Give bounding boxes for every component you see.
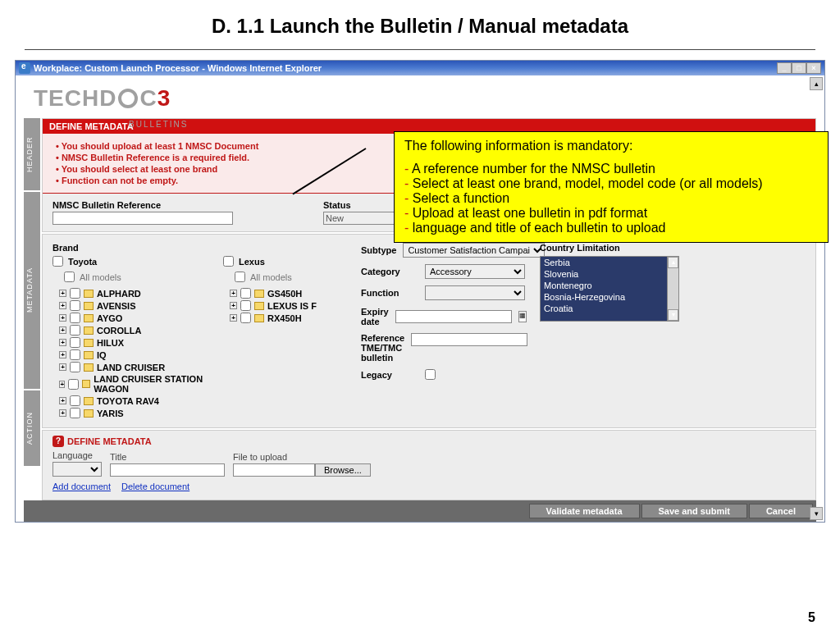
page-number: 5 <box>808 610 815 625</box>
calendar-icon[interactable]: ▦ <box>518 311 527 322</box>
toyota-checkbox[interactable] <box>52 256 63 267</box>
expand-icon[interactable]: + <box>59 397 66 404</box>
validate-button[interactable]: Validate metadata <box>529 504 640 518</box>
expand-icon[interactable]: + <box>230 290 237 297</box>
scroll-down-icon[interactable]: ▾ <box>668 309 678 321</box>
model-checkbox[interactable] <box>70 300 80 311</box>
country-option[interactable]: Montenegro <box>541 280 678 291</box>
expand-icon[interactable]: + <box>59 381 65 388</box>
delete-document-link[interactable]: Delete document <box>121 482 189 491</box>
model-checkbox[interactable] <box>68 379 79 390</box>
folder-icon <box>254 302 264 310</box>
reftme-input[interactable] <box>411 333 527 346</box>
scrollbar[interactable]: ▴ ▾ <box>667 257 678 321</box>
model-checkbox[interactable] <box>70 325 80 336</box>
model-label: LAND CRUISER <box>97 363 165 372</box>
logo-subtitle: BULLETINS <box>129 120 188 129</box>
ie-icon <box>19 62 30 74</box>
toyota-tree: +ALPHARD+AVENSIS+AYGO+COROLLA+HILUX+IQ+L… <box>59 287 208 419</box>
model-item[interactable]: +AVENSIS <box>59 299 208 312</box>
model-item[interactable]: +AYGO <box>59 312 208 324</box>
country-option[interactable]: Bosnia-Herzegovina <box>541 291 678 303</box>
callout-item: - A reference number for the NMSC bullet… <box>404 162 818 176</box>
expand-icon[interactable]: + <box>59 339 66 346</box>
expand-icon[interactable]: + <box>59 409 66 417</box>
title-input[interactable] <box>110 463 225 477</box>
country-option[interactable]: Serbia <box>541 257 678 268</box>
file-input[interactable] <box>233 463 315 477</box>
language-label: Language <box>52 450 102 460</box>
tab-header[interactable]: HEADER <box>24 118 40 190</box>
country-listbox[interactable]: SerbiaSloveniaMontenegroBosnia-Herzegovi… <box>540 256 679 322</box>
model-checkbox[interactable] <box>70 362 80 372</box>
subtype-label: Subtype <box>361 245 396 255</box>
model-checkbox[interactable] <box>240 300 251 311</box>
callout-item: - Select a function <box>404 191 818 206</box>
allmodels-label: All models <box>250 272 292 282</box>
model-checkbox[interactable] <box>70 288 80 299</box>
model-label: ALPHARD <box>97 289 141 299</box>
browse-button[interactable]: Browse... <box>315 463 371 477</box>
tab-action[interactable]: ACTION <box>24 390 40 466</box>
expand-icon[interactable]: + <box>59 302 66 309</box>
add-document-link[interactable]: Add document <box>52 482 111 491</box>
model-checkbox[interactable] <box>70 408 80 418</box>
ref-input[interactable] <box>52 212 233 225</box>
lexus-allmodels-checkbox[interactable] <box>235 272 245 282</box>
minimize-button[interactable]: _ <box>777 62 792 74</box>
expand-icon[interactable]: + <box>59 314 66 322</box>
model-checkbox[interactable] <box>240 288 251 299</box>
model-item[interactable]: +RX450H <box>230 312 346 324</box>
subtype-select[interactable]: Customer Satisfaction Campai <box>403 243 545 258</box>
folder-icon <box>84 363 94 372</box>
model-item[interactable]: +TOYOTA RAV4 <box>59 395 208 407</box>
category-label: Category <box>361 267 418 276</box>
model-item[interactable]: +LEXUS IS F <box>230 299 346 312</box>
function-select[interactable] <box>425 285 525 300</box>
model-label: LAND CRUISER STATION WAGON <box>94 374 208 394</box>
model-item[interactable]: +GS450H <box>230 287 346 299</box>
cancel-button[interactable]: Cancel <box>749 504 813 518</box>
model-item[interactable]: +YARIS <box>59 407 208 419</box>
expand-icon[interactable]: + <box>59 326 66 334</box>
tab-metadata[interactable]: METADATA <box>24 192 40 389</box>
model-checkbox[interactable] <box>70 395 80 406</box>
model-checkbox[interactable] <box>70 349 80 360</box>
folder-icon <box>84 351 94 359</box>
country-option[interactable]: Slovenia <box>541 268 678 280</box>
model-checkbox[interactable] <box>240 313 251 323</box>
model-item[interactable]: +HILUX <box>59 336 208 349</box>
folder-icon <box>84 339 94 347</box>
divider <box>25 49 815 50</box>
expand-icon[interactable]: + <box>230 314 237 322</box>
expand-icon[interactable]: + <box>59 290 66 297</box>
scroll-down-button[interactable]: ▾ <box>810 507 823 520</box>
country-option[interactable]: Croatia <box>541 303 678 314</box>
lexus-checkbox[interactable] <box>223 256 234 267</box>
expand-icon[interactable]: + <box>230 302 237 309</box>
expand-icon[interactable]: + <box>59 363 66 371</box>
close-button[interactable]: × <box>806 62 821 74</box>
title-label: Title <box>110 452 225 462</box>
model-item[interactable]: +COROLLA <box>59 324 208 336</box>
toyota-allmodels-checkbox[interactable] <box>64 272 75 282</box>
model-label: YARIS <box>97 409 124 418</box>
maximize-button[interactable]: □ <box>792 62 806 74</box>
model-item[interactable]: +IQ <box>59 349 208 361</box>
help-icon[interactable]: ? <box>52 436 64 447</box>
model-item[interactable]: +LAND CRUISER STATION WAGON <box>59 373 208 395</box>
save-button[interactable]: Save and submit <box>641 504 747 518</box>
model-label: LEXUS IS F <box>267 301 317 311</box>
expand-icon[interactable]: + <box>59 351 66 358</box>
legacy-checkbox[interactable] <box>425 369 436 380</box>
file-label: File to upload <box>233 452 371 462</box>
model-checkbox[interactable] <box>70 337 80 348</box>
folder-icon <box>254 290 264 298</box>
category-select[interactable]: Accessory <box>425 264 525 279</box>
model-item[interactable]: +ALPHARD <box>59 287 208 299</box>
scroll-up-icon[interactable]: ▴ <box>668 257 678 268</box>
expiry-input[interactable] <box>395 310 512 323</box>
model-checkbox[interactable] <box>70 313 80 323</box>
language-select[interactable] <box>52 462 102 477</box>
model-item[interactable]: +LAND CRUISER <box>59 361 208 373</box>
